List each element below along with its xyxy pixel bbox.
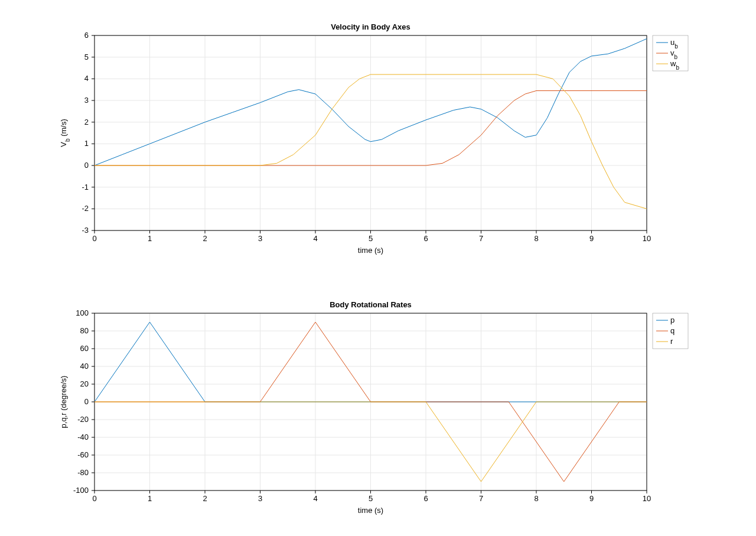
y-tick-label: 60 <box>80 344 89 353</box>
x-tick-label: 6 <box>423 494 428 503</box>
legend-label: vb <box>670 48 678 60</box>
x-tick-label: 4 <box>313 234 317 243</box>
x-tick-label: 4 <box>313 494 317 503</box>
y-axis-label: p,q,r (degree/s) <box>59 376 68 428</box>
x-tick-label: 1 <box>148 234 152 243</box>
legend-label: wb <box>670 59 679 71</box>
y-tick-label: -40 <box>77 433 89 441</box>
y-tick-label: -100 <box>73 486 89 495</box>
y-tick-label: -1 <box>82 183 89 191</box>
x-tick-label: 10 <box>643 494 651 503</box>
y-tick-label: 0 <box>84 397 89 406</box>
x-tick-label: 9 <box>589 234 594 243</box>
x-tick-label: 5 <box>369 494 373 503</box>
y-tick-label: 4 <box>84 74 89 83</box>
y-tick-label: -2 <box>82 204 89 213</box>
y-tick-label: 2 <box>84 118 89 126</box>
y-tick-label: 0 <box>84 161 89 170</box>
x-axis-label: time (s) <box>358 246 383 255</box>
y-axis-label: Vb (m/s) <box>59 119 71 147</box>
x-tick-label: 8 <box>534 494 538 503</box>
y-tick-label: 6 <box>84 31 89 40</box>
x-tick-label: 0 <box>92 234 96 243</box>
y-tick-label: 5 <box>84 53 89 61</box>
x-tick-label: 8 <box>534 234 538 243</box>
y-tick-label: -60 <box>77 450 89 459</box>
x-tick-label: 10 <box>643 234 651 243</box>
x-tick-label: 2 <box>203 234 207 243</box>
y-tick-label: -3 <box>82 226 89 235</box>
y-tick-label: 80 <box>80 326 89 335</box>
x-tick-label: 0 <box>92 494 96 503</box>
y-tick-label: 40 <box>80 362 89 371</box>
x-tick-label: 3 <box>258 494 262 503</box>
chart-title: Velocity in Body Axes <box>331 22 410 31</box>
x-tick-label: 9 <box>589 494 594 503</box>
y-tick-label: -20 <box>77 415 89 424</box>
legend-label: r <box>670 337 673 346</box>
x-tick-label: 7 <box>479 234 483 243</box>
x-tick-label: 7 <box>479 494 483 503</box>
legend-label: p <box>670 316 674 324</box>
y-tick-label: -80 <box>77 468 89 477</box>
x-tick-label: 6 <box>423 234 428 243</box>
charts-figure: 012345678910-3-2-10123456Velocity in Bod… <box>0 0 756 536</box>
x-axis-label: time (s) <box>358 506 383 515</box>
y-tick-label: 3 <box>84 96 89 105</box>
legend-label: ub <box>670 38 678 50</box>
x-tick-label: 2 <box>203 494 207 503</box>
x-tick-label: 1 <box>148 494 152 503</box>
x-tick-label: 5 <box>369 234 373 243</box>
x-tick-label: 3 <box>258 234 262 243</box>
legend-label: q <box>670 326 674 335</box>
y-tick-label: 20 <box>80 379 89 388</box>
y-tick-label: 100 <box>76 308 89 317</box>
y-tick-label: 1 <box>84 139 89 148</box>
chart-title: Body Rotational Rates <box>330 300 412 309</box>
